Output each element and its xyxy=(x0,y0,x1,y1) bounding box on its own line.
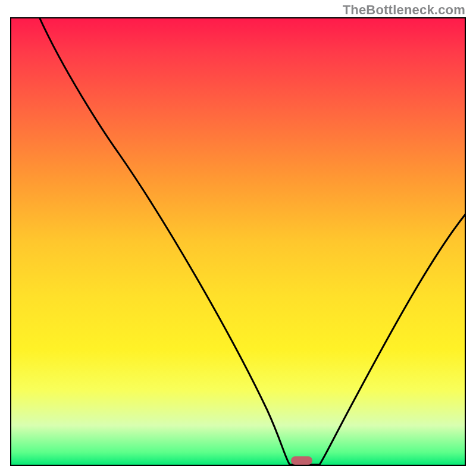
optimum-marker xyxy=(291,456,312,465)
chart-container: TheBottleneck.com xyxy=(0,0,476,476)
watermark-text: TheBottleneck.com xyxy=(343,2,465,18)
plot-area xyxy=(10,17,466,466)
curve-path xyxy=(39,17,466,465)
bottleneck-curve xyxy=(10,17,466,466)
